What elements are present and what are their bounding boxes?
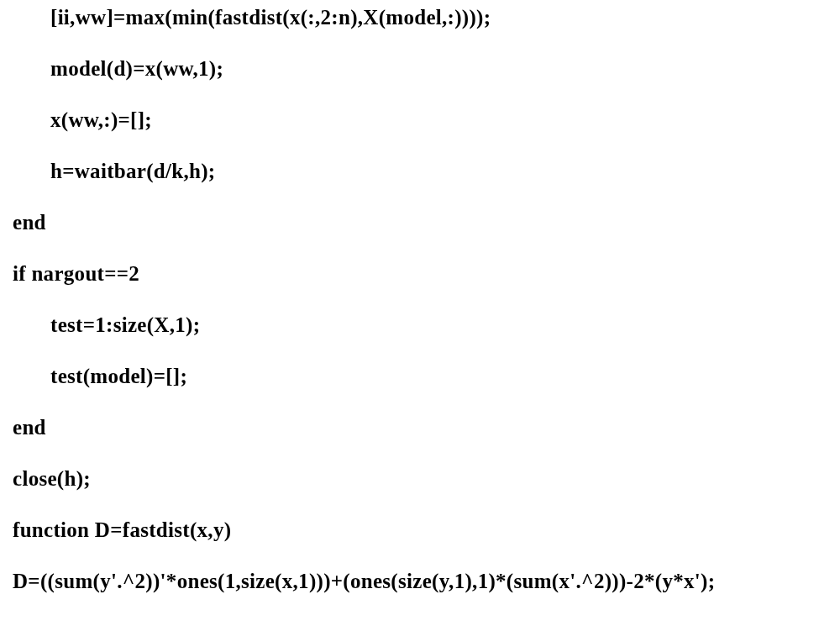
code-line: model(d)=x(ww,1);: [13, 58, 840, 79]
code-line: test(model)=[];: [13, 365, 840, 386]
code-line-function: function D=fastdist(x,y): [13, 519, 840, 540]
code-line-if: if nargout==2: [13, 263, 840, 284]
code-line: x(ww,:)=[];: [13, 109, 840, 130]
code-line: test=1:size(X,1);: [13, 314, 840, 335]
code-line-formula: D=((sum(y'.^2))'*ones(1,size(x,1)))+(one…: [13, 571, 840, 592]
code-line-end: end: [13, 417, 840, 438]
code-line: h=waitbar(d/k,h);: [13, 160, 840, 181]
code-line: [ii,ww]=max(min(fastdist(x(:,2:n),X(mode…: [13, 7, 840, 28]
code-line-close: close(h);: [13, 468, 840, 489]
code-line-end: end: [13, 212, 840, 233]
